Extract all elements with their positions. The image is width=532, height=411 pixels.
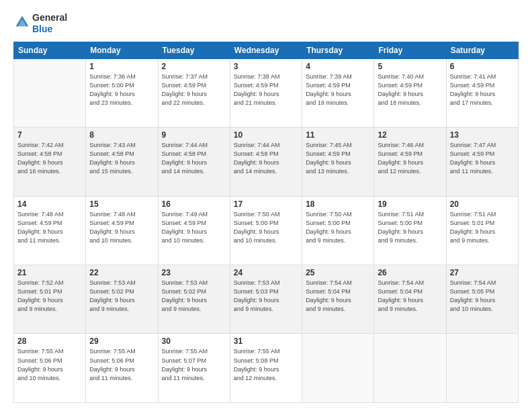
calendar-cell: 6Sunrise: 7:41 AM Sunset: 4:59 PM Daylig… — [446, 58, 518, 127]
day-number: 23 — [162, 268, 226, 277]
day-info: Sunrise: 7:52 AM Sunset: 5:01 PM Dayligh… — [17, 279, 82, 314]
day-number: 2 — [162, 62, 226, 71]
calendar-cell: 11Sunrise: 7:45 AM Sunset: 4:59 PM Dayli… — [302, 128, 374, 196]
day-info: Sunrise: 7:46 AM Sunset: 4:59 PM Dayligh… — [378, 141, 442, 176]
calendar-cell: 8Sunrise: 7:43 AM Sunset: 4:58 PM Daylig… — [86, 128, 158, 196]
logo-text-line1: General — [32, 12, 67, 24]
weekday-header-saturday: Saturday — [446, 42, 518, 58]
day-info: Sunrise: 7:55 AM Sunset: 5:08 PM Dayligh… — [234, 347, 298, 382]
logo-text-line2: Blue — [32, 24, 67, 35]
weekday-header-thursday: Thursday — [302, 42, 374, 58]
calendar-cell: 18Sunrise: 7:50 AM Sunset: 5:00 PM Dayli… — [302, 196, 374, 265]
calendar-cell: 31Sunrise: 7:55 AM Sunset: 5:08 PM Dayli… — [230, 334, 302, 403]
weekday-header-sunday: Sunday — [14, 42, 86, 58]
day-number: 28 — [17, 336, 82, 346]
day-info: Sunrise: 7:44 AM Sunset: 4:58 PM Dayligh… — [234, 141, 298, 176]
calendar-cell: 22Sunrise: 7:53 AM Sunset: 5:02 PM Dayli… — [86, 265, 158, 334]
day-number: 10 — [234, 130, 298, 140]
day-info: Sunrise: 7:48 AM Sunset: 4:59 PM Dayligh… — [17, 210, 82, 245]
calendar-cell: 28Sunrise: 7:55 AM Sunset: 5:06 PM Dayli… — [14, 334, 86, 403]
calendar-cell: 30Sunrise: 7:55 AM Sunset: 5:07 PM Dayli… — [158, 334, 230, 403]
day-info: Sunrise: 7:55 AM Sunset: 5:06 PM Dayligh… — [89, 347, 154, 382]
day-number: 30 — [162, 336, 226, 346]
day-info: Sunrise: 7:50 AM Sunset: 5:00 PM Dayligh… — [234, 210, 298, 245]
day-number: 25 — [306, 268, 370, 277]
day-info: Sunrise: 7:38 AM Sunset: 4:59 PM Dayligh… — [234, 73, 298, 107]
day-info: Sunrise: 7:54 AM Sunset: 5:05 PM Dayligh… — [450, 279, 515, 314]
calendar-cell: 20Sunrise: 7:51 AM Sunset: 5:01 PM Dayli… — [446, 196, 518, 265]
calendar-cell: 17Sunrise: 7:50 AM Sunset: 5:00 PM Dayli… — [230, 196, 302, 265]
day-number: 27 — [450, 268, 515, 277]
day-info: Sunrise: 7:37 AM Sunset: 4:59 PM Dayligh… — [162, 73, 226, 107]
day-number: 17 — [234, 199, 298, 209]
day-number: 15 — [89, 199, 154, 209]
day-info: Sunrise: 7:39 AM Sunset: 4:59 PM Dayligh… — [306, 73, 370, 107]
day-number: 14 — [17, 199, 82, 209]
day-number: 7 — [17, 130, 82, 140]
day-info: Sunrise: 7:44 AM Sunset: 4:58 PM Dayligh… — [162, 141, 226, 176]
day-info: Sunrise: 7:42 AM Sunset: 4:58 PM Dayligh… — [17, 141, 82, 176]
day-number: 18 — [306, 199, 370, 209]
calendar-cell: 16Sunrise: 7:49 AM Sunset: 4:59 PM Dayli… — [158, 196, 230, 265]
calendar-cell — [446, 334, 518, 403]
logo-icon — [15, 15, 30, 30]
day-info: Sunrise: 7:54 AM Sunset: 5:04 PM Dayligh… — [378, 279, 442, 314]
day-info: Sunrise: 7:51 AM Sunset: 5:00 PM Dayligh… — [378, 210, 442, 245]
day-number: 21 — [17, 268, 82, 277]
day-number: 31 — [234, 336, 298, 346]
day-number: 4 — [306, 62, 370, 71]
day-info: Sunrise: 7:45 AM Sunset: 4:59 PM Dayligh… — [306, 141, 370, 176]
calendar-cell — [302, 334, 374, 403]
day-info: Sunrise: 7:51 AM Sunset: 5:01 PM Dayligh… — [450, 210, 515, 245]
calendar-cell: 3Sunrise: 7:38 AM Sunset: 4:59 PM Daylig… — [230, 58, 302, 127]
calendar-cell: 23Sunrise: 7:53 AM Sunset: 5:02 PM Dayli… — [158, 265, 230, 334]
page: General Blue SundayMondayTuesdayWednesda… — [0, 0, 532, 411]
calendar-cell: 27Sunrise: 7:54 AM Sunset: 5:05 PM Dayli… — [446, 265, 518, 334]
day-info: Sunrise: 7:43 AM Sunset: 4:58 PM Dayligh… — [89, 141, 154, 176]
calendar-cell: 4Sunrise: 7:39 AM Sunset: 4:59 PM Daylig… — [302, 58, 374, 127]
calendar-cell: 21Sunrise: 7:52 AM Sunset: 5:01 PM Dayli… — [14, 265, 86, 334]
calendar-week-row: 1Sunrise: 7:36 AM Sunset: 5:00 PM Daylig… — [14, 58, 519, 127]
day-number: 24 — [234, 268, 298, 277]
day-number: 3 — [234, 62, 298, 71]
day-info: Sunrise: 7:36 AM Sunset: 5:00 PM Dayligh… — [89, 73, 154, 107]
calendar-cell: 2Sunrise: 7:37 AM Sunset: 4:59 PM Daylig… — [158, 58, 230, 127]
calendar-cell: 12Sunrise: 7:46 AM Sunset: 4:59 PM Dayli… — [374, 128, 446, 196]
day-info: Sunrise: 7:55 AM Sunset: 5:06 PM Dayligh… — [17, 347, 82, 382]
day-info: Sunrise: 7:54 AM Sunset: 5:04 PM Dayligh… — [306, 279, 370, 314]
day-info: Sunrise: 7:47 AM Sunset: 4:59 PM Dayligh… — [450, 141, 515, 176]
calendar-cell: 25Sunrise: 7:54 AM Sunset: 5:04 PM Dayli… — [302, 265, 374, 334]
weekday-header-tuesday: Tuesday — [158, 42, 230, 58]
weekday-header-friday: Friday — [374, 42, 446, 58]
day-number: 16 — [162, 199, 226, 209]
day-number: 19 — [378, 199, 442, 209]
calendar-cell: 14Sunrise: 7:48 AM Sunset: 4:59 PM Dayli… — [14, 196, 86, 265]
day-info: Sunrise: 7:40 AM Sunset: 4:59 PM Dayligh… — [378, 73, 442, 107]
day-info: Sunrise: 7:41 AM Sunset: 4:59 PM Dayligh… — [450, 73, 515, 107]
calendar-cell: 10Sunrise: 7:44 AM Sunset: 4:58 PM Dayli… — [230, 128, 302, 196]
header: General Blue — [13, 12, 519, 35]
calendar-cell: 19Sunrise: 7:51 AM Sunset: 5:00 PM Dayli… — [374, 196, 446, 265]
logo: General Blue — [13, 12, 67, 35]
weekday-header-monday: Monday — [86, 42, 158, 58]
calendar-cell: 5Sunrise: 7:40 AM Sunset: 4:59 PM Daylig… — [374, 58, 446, 127]
calendar-cell: 1Sunrise: 7:36 AM Sunset: 5:00 PM Daylig… — [86, 58, 158, 127]
day-number: 6 — [450, 62, 515, 71]
day-number: 1 — [89, 62, 154, 71]
day-number: 20 — [450, 199, 515, 209]
calendar-cell: 26Sunrise: 7:54 AM Sunset: 5:04 PM Dayli… — [374, 265, 446, 334]
calendar-cell: 24Sunrise: 7:53 AM Sunset: 5:03 PM Dayli… — [230, 265, 302, 334]
calendar-header-row: SundayMondayTuesdayWednesdayThursdayFrid… — [14, 42, 519, 58]
calendar-week-row: 14Sunrise: 7:48 AM Sunset: 4:59 PM Dayli… — [14, 196, 519, 265]
day-info: Sunrise: 7:48 AM Sunset: 4:59 PM Dayligh… — [89, 210, 154, 245]
day-info: Sunrise: 7:55 AM Sunset: 5:07 PM Dayligh… — [162, 347, 226, 382]
calendar-week-row: 28Sunrise: 7:55 AM Sunset: 5:06 PM Dayli… — [14, 334, 519, 403]
day-number: 8 — [89, 130, 154, 140]
calendar-table: SundayMondayTuesdayWednesdayThursdayFrid… — [13, 42, 519, 403]
day-info: Sunrise: 7:53 AM Sunset: 5:03 PM Dayligh… — [234, 279, 298, 314]
calendar-cell: 29Sunrise: 7:55 AM Sunset: 5:06 PM Dayli… — [86, 334, 158, 403]
day-number: 9 — [162, 130, 226, 140]
calendar-cell: 9Sunrise: 7:44 AM Sunset: 4:58 PM Daylig… — [158, 128, 230, 196]
calendar-cell — [374, 334, 446, 403]
day-number: 22 — [89, 268, 154, 277]
